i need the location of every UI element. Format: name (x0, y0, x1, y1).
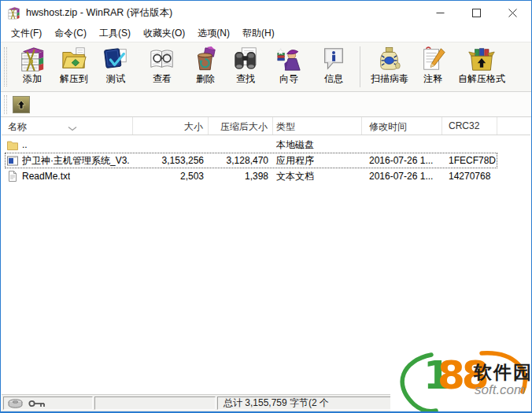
maximize-button[interactable] (458, 1, 494, 24)
close-icon (508, 9, 517, 17)
minimize-icon (436, 9, 445, 17)
menu-commands[interactable]: 命令(C) (48, 25, 93, 42)
find-button[interactable]: 查找 (225, 45, 266, 89)
item-modified: 2016-07-26 1... (362, 155, 442, 166)
status-message-panel (94, 396, 216, 410)
column-header-size[interactable]: 大小 (133, 117, 209, 135)
title-bar: hwshost.zip - WinRAR (评估版本) (1, 1, 531, 24)
winrar-books-icon (7, 6, 20, 20)
find-binoculars-icon (232, 46, 259, 72)
test-label: 测试 (106, 73, 125, 84)
window-controls (422, 1, 530, 24)
key-icon[interactable] (28, 399, 46, 408)
item-packed: 1,398 (209, 171, 273, 182)
menu-file[interactable]: 文件(F) (5, 25, 48, 42)
scan-virus-label: 扫描病毒 (371, 73, 408, 84)
item-size: 3,153,256 (133, 155, 209, 166)
add-label: 添加 (23, 73, 42, 84)
menu-tools[interactable]: 工具(S) (93, 25, 137, 42)
status-total-text: 总计 3,155,759 字节(2 个 (224, 396, 329, 410)
item-modified: 2016-07-26 1... (362, 171, 442, 182)
comment-button[interactable]: 注释 (415, 45, 451, 89)
folder-icon (7, 140, 18, 150)
column-header-packed[interactable]: 压缩后大小 (209, 117, 273, 135)
sort-chevron-icon (68, 120, 77, 135)
delete-button[interactable]: 删除 (186, 45, 225, 89)
logo-cn-text: 软件园 (474, 360, 532, 385)
info-button[interactable]: 信息 (312, 45, 356, 89)
address-bar (1, 92, 531, 117)
item-packed: 3,128,470 (209, 155, 273, 166)
item-crc: 1FECF78D (442, 155, 497, 166)
wizard-icon (275, 46, 302, 72)
extract-folder-icon (61, 46, 87, 72)
address-gripper (4, 95, 7, 114)
delete-label: 删除 (196, 73, 215, 84)
logo-en-text: soft.com (475, 382, 525, 398)
test-button[interactable]: 测试 (93, 45, 139, 89)
view-book-icon (149, 46, 175, 72)
drive-icon[interactable] (8, 399, 23, 408)
info-bubble-icon (320, 46, 347, 72)
sfx-box-icon (468, 46, 495, 72)
list-header: 名称 大小 压缩后大小 类型 修改时间 CRC32 (2, 117, 530, 135)
find-label: 查找 (236, 73, 255, 84)
test-book-icon (102, 46, 129, 72)
toolbar-gripper (4, 47, 7, 87)
wizard-label: 向导 (279, 73, 298, 84)
add-archive-icon (19, 46, 46, 72)
item-type: 文本文档 (273, 170, 362, 183)
menu-help[interactable]: 帮助(H) (236, 25, 281, 42)
info-label: 信息 (324, 73, 343, 84)
item-name: .. (22, 139, 28, 150)
delete-bin-icon (192, 46, 219, 72)
toolbar-separator (360, 46, 360, 87)
watermark-188soft-logo: 1 88 软件园 soft.com (390, 349, 532, 413)
list-item-parent-dir[interactable]: .. 本地磁盘 (5, 137, 497, 153)
menu-bar: 文件(F) 命令(C) 工具(S) 收藏夹(O) 选项(N) 帮助(H) (1, 24, 531, 42)
list-rows: .. 本地磁盘 护卫神·主机管理系统_V3.7.... 3,153,2 (2, 135, 530, 184)
item-size: 2,503 (133, 171, 209, 182)
scan-virus-button[interactable]: 扫描病毒 (364, 45, 415, 89)
text-file-icon (7, 171, 18, 182)
item-crc: 14270768 (442, 171, 497, 182)
view-button[interactable]: 查看 (139, 45, 186, 89)
up-arrow-icon (16, 99, 27, 110)
sfx-label: 自解压格式 (458, 73, 505, 84)
item-name: ReadMe.txt (22, 171, 70, 182)
column-header-crc32[interactable]: CRC32 (442, 117, 497, 135)
toolbar: 添加 解压到 测试 (1, 42, 531, 92)
add-button[interactable]: 添加 (9, 45, 55, 89)
item-name: 护卫神·主机管理系统_V3.7.... (22, 154, 129, 168)
up-one-level-button[interactable] (13, 96, 30, 113)
column-header-modified[interactable]: 修改时间 (362, 117, 442, 135)
comment-note-icon (419, 46, 446, 72)
wizard-button[interactable]: 向导 (266, 45, 312, 89)
extract-to-button[interactable]: 解压到 (55, 45, 93, 89)
minimize-button[interactable] (422, 1, 458, 24)
column-header-type[interactable]: 类型 (273, 117, 362, 135)
maximize-icon (472, 9, 481, 17)
item-type: 本地磁盘 (273, 138, 362, 152)
list-item-app[interactable]: 护卫神·主机管理系统_V3.7.... 3,153,256 3,128,470 … (5, 153, 497, 168)
menu-favorites[interactable]: 收藏夹(O) (137, 25, 191, 42)
window-title: hwshost.zip - WinRAR (评估版本) (26, 6, 172, 20)
status-icons-panel (3, 396, 93, 410)
comment-label: 注释 (423, 73, 442, 84)
list-item-readme[interactable]: ReadMe.txt 2,503 1,398 文本文档 2016-07-26 1… (5, 168, 497, 184)
view-label: 查看 (153, 73, 172, 84)
winrar-window: hwshost.zip - WinRAR (评估版本) 文件(F) 命令(C) … (0, 0, 532, 413)
extract-to-label: 解压到 (60, 73, 88, 84)
close-button[interactable] (494, 1, 530, 24)
menu-options[interactable]: 选项(N) (191, 25, 236, 42)
scan-virus-icon (376, 46, 403, 72)
item-type: 应用程序 (273, 154, 362, 168)
application-icon (7, 156, 18, 166)
sfx-button[interactable]: 自解压格式 (451, 45, 512, 89)
